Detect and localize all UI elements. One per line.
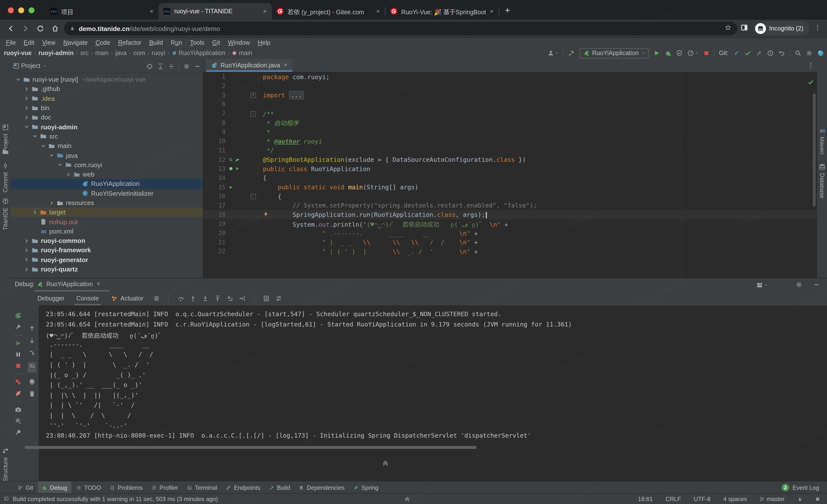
debug-button-icon[interactable] — [664, 50, 671, 57]
code-line-3[interactable]: 3+import ... — [203, 91, 817, 100]
jump-icon[interactable] — [29, 350, 36, 356]
minimize-window-icon[interactable] — [18, 7, 24, 13]
tree-chevron-icon[interactable] — [23, 266, 30, 273]
status-chevrons-icon[interactable] — [404, 496, 410, 503]
step-force-icon[interactable] — [202, 295, 209, 302]
tree-item-ruoyi-quartz[interactable]: ruoyi-quartz — [11, 265, 203, 274]
menu-view[interactable]: View — [38, 39, 59, 46]
status-item-crlf[interactable]: CRLF — [666, 496, 681, 503]
bookmark-star-icon[interactable] — [724, 24, 731, 31]
tool-stripe-structure[interactable]: Structure — [2, 457, 9, 481]
fold-marker[interactable]: - — [250, 111, 256, 116]
tool-stripe-maven[interactable]: Maven — [819, 137, 826, 154]
run-button-icon[interactable] — [653, 50, 660, 57]
filter-icon[interactable] — [276, 295, 282, 302]
softwrap-icon[interactable] — [29, 363, 36, 370]
toolwindow-button-debug[interactable]: Debug — [38, 482, 71, 494]
breadcrumb-item[interactable]: com — [133, 50, 145, 57]
tab-close-icon[interactable] — [376, 9, 381, 14]
status-item-utf8[interactable]: UTF-8 — [694, 496, 711, 503]
code-line-22[interactable]: 22 " | ( ' ) | \\ _. / ' \n" + — [203, 247, 817, 256]
target-icon[interactable] — [146, 63, 153, 70]
tree-item-.idea[interactable]: .idea — [11, 94, 203, 103]
menu-run[interactable]: Run — [167, 39, 186, 46]
code-line-8[interactable]: 8 * 启动程序 — [203, 118, 817, 127]
code-line-1[interactable]: 1package com.ruoyi; — [203, 72, 817, 81]
bps-icon[interactable] — [15, 379, 22, 386]
code-line-7[interactable]: 7-/** — [203, 109, 817, 118]
code-line-16[interactable]: 16- { — [203, 192, 817, 201]
breadcrumb-item[interactable]: ruoyi-vue — [4, 50, 32, 57]
debug-tab-actuator[interactable]: Actuator — [105, 292, 149, 305]
scroll-to-end-selected[interactable] — [28, 362, 37, 373]
menu-file[interactable]: File — [2, 39, 20, 46]
menu-build[interactable]: Build — [145, 39, 167, 46]
console-hscrollbar[interactable] — [25, 446, 477, 449]
debug-tab-console[interactable]: Console — [70, 292, 105, 305]
structure-icon[interactable] — [2, 447, 9, 454]
wrench-icon[interactable] — [15, 324, 22, 330]
code-line-15[interactable]: 15 public static void main(String[] args… — [203, 183, 817, 192]
tree-item-nohup.out[interactable]: nohup.out — [11, 217, 203, 227]
toolwindow-button-endpoints[interactable]: Endpoints — [222, 482, 264, 494]
tree-chevron-icon[interactable] — [23, 123, 30, 130]
runtri-icon[interactable] — [235, 166, 240, 171]
tree-chevron-icon[interactable] — [23, 105, 30, 111]
gear-icon[interactable] — [183, 63, 190, 70]
profiler-button[interactable] — [687, 50, 698, 57]
tab-close-icon[interactable] — [262, 9, 267, 14]
project-panel-title[interactable]: Project — [21, 62, 40, 69]
expand-icon[interactable] — [157, 63, 164, 70]
git-check-icon[interactable] — [744, 50, 751, 57]
menu-help[interactable]: Help — [254, 39, 274, 46]
close-window-icon[interactable] — [8, 7, 14, 13]
tree-item-doc[interactable]: doc — [11, 113, 203, 122]
rerun-icon[interactable] — [15, 312, 22, 319]
down-icon[interactable] — [29, 337, 36, 344]
toolwindow-button-profiler[interactable]: Profiler — [148, 482, 182, 494]
reload-icon[interactable] — [37, 24, 44, 33]
tree-item-ruoyiapplication[interactable]: CRuoYiApplication — [11, 179, 203, 189]
leaf2-icon[interactable] — [235, 157, 240, 162]
coverage-button-icon[interactable] — [676, 50, 683, 57]
minus-icon[interactable] — [194, 63, 201, 70]
tree-chevron-icon[interactable] — [23, 114, 30, 121]
resume-icon[interactable] — [15, 340, 22, 347]
tree-item-main[interactable]: main — [11, 141, 203, 151]
editor-options-icon[interactable] — [807, 62, 814, 69]
git-update-icon[interactable] — [733, 50, 740, 57]
toolwindow-button-problems[interactable]: Problems — [106, 482, 146, 494]
drop-frame-icon[interactable] — [227, 295, 234, 302]
run-config-selector[interactable]: RuoYiApplication — [579, 48, 648, 58]
pause-icon[interactable] — [15, 351, 22, 358]
toolwindow-button-build[interactable]: Build — [265, 482, 294, 494]
collapse-panel-button[interactable] — [382, 459, 389, 469]
breadcrumb-item[interactable]: CRuoYiApplication — [172, 50, 225, 57]
breadcrumb-item[interactable]: java — [115, 50, 127, 57]
event-log-button[interactable]: 2Event Log — [782, 484, 819, 491]
breadcrumb-item[interactable]: ruoyi-admin — [38, 50, 74, 57]
tab-close-icon[interactable] — [489, 9, 494, 14]
menu-navigate[interactable]: Navigate — [59, 39, 92, 46]
tree-item-ruoyi-framework[interactable]: ruoyi-framework — [11, 245, 203, 255]
fold-marker[interactable]: + — [250, 93, 256, 98]
runtri-icon[interactable] — [229, 185, 233, 189]
menu-tools[interactable]: Tools — [186, 39, 208, 46]
editor-tab[interactable]: C RuoYiApplication.java — [206, 59, 292, 72]
console-output[interactable]: 23:05:46.644 [restartedMain] INFO o.q.c.… — [38, 305, 827, 482]
build-project-icon[interactable] — [568, 50, 575, 57]
toolwindow-button-todo[interactable]: TODO — [72, 482, 105, 494]
status-item-master[interactable]: master — [760, 496, 785, 503]
code-line-10[interactable]: 10 * @author ruoyi — [203, 137, 817, 146]
menu-code[interactable]: Code — [92, 39, 114, 46]
debug-settings-icon[interactable] — [795, 281, 802, 288]
rundash-icon[interactable] — [229, 157, 233, 162]
step-over-icon[interactable] — [178, 295, 184, 302]
home-icon[interactable] — [51, 24, 59, 33]
browser-menu-icon[interactable] — [814, 24, 821, 31]
folder-icon[interactable] — [2, 149, 9, 155]
editor-tab-close-icon[interactable] — [283, 62, 288, 67]
toolwindow-button-spring[interactable]: Spring — [349, 482, 382, 494]
tree-item-ruoyi-generator[interactable]: ruoyi-generator — [11, 255, 203, 265]
step-out-icon[interactable] — [214, 295, 221, 302]
